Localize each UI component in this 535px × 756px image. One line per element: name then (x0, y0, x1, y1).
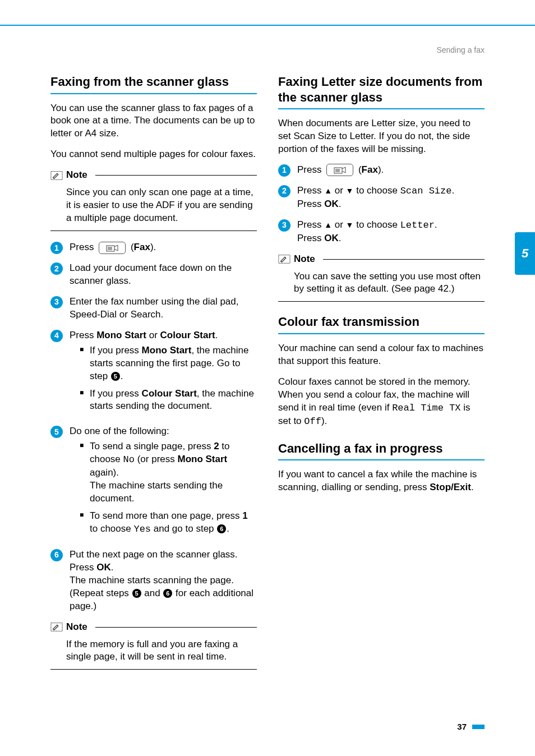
paragraph: You can use the scanner glass to fax pag… (50, 102, 257, 141)
step-text: Enter the fax number using the dial pad,… (70, 296, 257, 321)
step-number: 2 (278, 185, 290, 197)
step-1: 1 Press (Fax). (278, 164, 485, 177)
step-number: 3 (50, 296, 63, 308)
step-number: 6 (50, 549, 63, 561)
page-number: 37 (457, 721, 467, 732)
section-rule (50, 93, 257, 94)
note-rule (323, 259, 485, 260)
fax-button-icon (99, 242, 126, 254)
step-ref-icon: 5 (111, 372, 120, 381)
step-number: 2 (50, 262, 63, 275)
step-text: Put the next page on the scanner glass. (70, 548, 257, 561)
step-text: . (215, 330, 218, 340)
step-text: ). (150, 242, 156, 252)
chapter-tab: 5 (515, 232, 535, 275)
down-arrow-icon: ▼ (346, 220, 354, 229)
step-text: Do one of the following: (70, 425, 257, 438)
section-rule (278, 459, 485, 460)
step-number: 1 (50, 242, 63, 254)
section-heading-scanner-glass: Faxing from the scanner glass (50, 74, 257, 90)
note-rule (50, 669, 257, 670)
step-3: 3 Enter the fax number using the dial pa… (50, 296, 257, 321)
svg-rect-0 (51, 171, 62, 179)
paragraph: Colour faxes cannot be stored in the mem… (278, 376, 485, 428)
step-ref-icon: 6 (217, 524, 226, 533)
step-2: 2 Load your document face down on the sc… (50, 262, 257, 288)
note-rule (278, 301, 485, 302)
step-4: 4 Press Mono Start or Colour Start. If y… (50, 329, 257, 418)
breadcrumb: Sending a fax (436, 45, 485, 56)
step-5: 5 Do one of the following: To send a sin… (50, 425, 257, 541)
paragraph: You cannot send multiple pages for colou… (50, 148, 257, 161)
note-icon (50, 170, 63, 181)
paragraph: When documents are Letter size, you need… (278, 117, 485, 156)
note-rule (95, 627, 257, 628)
section-rule (278, 333, 485, 334)
step-number: 1 (278, 164, 290, 177)
step-text: Load your document face down on the scan… (70, 262, 257, 288)
step-text: Press (70, 330, 96, 340)
section-heading-colour-fax: Colour fax transmission (278, 314, 485, 330)
left-column: Faxing from the scanner glass You can us… (50, 74, 257, 717)
step-text: Mono Start (96, 330, 146, 340)
note-icon (278, 254, 290, 264)
list-item: If you press Colour Start, the machine s… (80, 388, 257, 413)
note-block: Note If the memory is full and you are f… (50, 621, 257, 670)
note-rule (50, 231, 257, 231)
step-3: 3 Press ▲ or ▼ to choose Letter. Press O… (278, 219, 485, 245)
paragraph: Your machine can send a colour fax to ma… (278, 342, 485, 368)
step-number: 3 (278, 219, 290, 232)
top-rule (0, 25, 535, 26)
down-arrow-icon: ▼ (346, 186, 354, 195)
note-title: Note (294, 253, 315, 266)
step-ref-icon: 6 (163, 589, 172, 598)
step-ref-icon: 5 (132, 589, 141, 598)
note-icon (50, 622, 63, 632)
note-body: Since you can only scan one page at a ti… (50, 183, 257, 225)
step-2: 2 Press ▲ or ▼ to choose Scan Size. Pres… (278, 185, 485, 211)
list-item: To send more than one page, press 1 to c… (80, 510, 257, 536)
right-column: Faxing Letter size documents from the sc… (278, 74, 485, 717)
up-arrow-icon: ▲ (324, 186, 332, 195)
note-block: Note You can save the setting you use mo… (278, 253, 485, 302)
step-text: Colour Start (160, 330, 215, 340)
step-1: 1 Press (Fax). (50, 241, 257, 254)
step-text: or (146, 330, 160, 340)
paragraph: If you want to cancel a fax while the ma… (278, 468, 485, 494)
note-body: You can save the setting you use most of… (278, 267, 485, 296)
svg-rect-10 (279, 255, 290, 264)
step-text: The machine starts scanning the page. (70, 574, 257, 587)
section-rule (278, 108, 485, 109)
step-text: Press (70, 242, 96, 252)
step-number: 4 (50, 330, 63, 342)
step-number: 5 (50, 426, 63, 438)
list-item: If you press Mono Start, the machine sta… (80, 344, 257, 383)
list-item: To send a single page, press 2 to choose… (80, 440, 257, 505)
footer-accent (472, 725, 485, 729)
section-heading-letter-size: Faxing Letter size documents from the sc… (278, 74, 485, 105)
fax-button-icon (326, 164, 353, 176)
note-title: Note (66, 169, 87, 182)
svg-rect-5 (51, 623, 62, 631)
note-block: Note Since you can only scan one page at… (50, 169, 257, 231)
note-title: Note (66, 621, 87, 634)
note-body: If the memory is full and you are faxing… (50, 635, 257, 664)
note-rule (95, 175, 257, 176)
up-arrow-icon: ▲ (324, 220, 332, 229)
section-heading-cancelling: Cancelling a fax in progress (278, 441, 485, 457)
step-text: Fax (134, 242, 150, 252)
step-6: 6 Put the next page on the scanner glass… (50, 548, 257, 613)
step-text: ( (128, 242, 133, 252)
footer: 37 (457, 721, 485, 732)
